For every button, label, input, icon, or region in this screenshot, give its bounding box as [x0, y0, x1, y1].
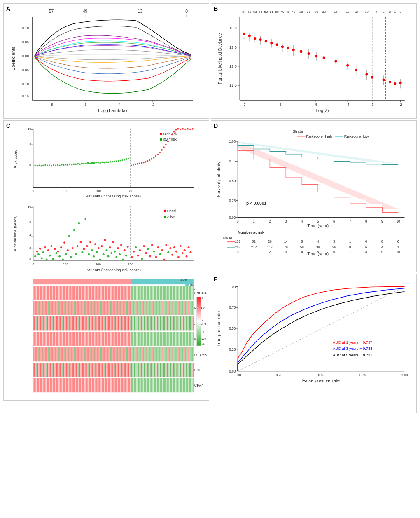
x-tick: -5	[314, 103, 317, 107]
cv-data	[243, 30, 401, 89]
svg-point-70	[346, 64, 349, 67]
svg-point-225	[119, 253, 121, 255]
svg-point-237	[143, 245, 145, 247]
svg-point-115	[95, 162, 97, 164]
top-num: 25	[315, 10, 318, 14]
svg-point-199	[77, 245, 79, 247]
legend-title: Strata	[293, 130, 303, 134]
x-tick: 5	[317, 220, 319, 223]
svg-point-246	[161, 249, 163, 251]
svg-point-198	[75, 253, 77, 255]
top-num: 4	[376, 10, 378, 14]
svg-point-104	[73, 164, 75, 165]
svg-point-259	[188, 246, 190, 248]
nar-high-10: 0	[397, 240, 399, 244]
svg-point-97	[59, 164, 61, 166]
svg-point-139	[145, 161, 147, 163]
svg-point-143	[153, 157, 154, 159]
svg-rect-261	[185, 283, 189, 286]
heatmap-plag1-low	[131, 301, 194, 315]
svg-point-254	[177, 256, 180, 258]
top-num: 48	[286, 10, 290, 14]
y-tick: 10	[28, 205, 31, 209]
svg-point-73	[371, 76, 373, 78]
svg-point-85	[35, 164, 36, 166]
svg-point-218	[107, 255, 109, 258]
top-num: 53	[248, 10, 252, 14]
svg-point-147	[161, 149, 163, 151]
x-tick: 1.00	[401, 373, 408, 377]
y-tick: 0.00	[22, 54, 29, 58]
nar-t-4: 4	[301, 250, 303, 254]
svg-point-92	[49, 164, 50, 166]
svg-point-130	[126, 158, 127, 160]
svg-point-229	[125, 255, 127, 257]
y-tick: 0.50	[229, 327, 236, 330]
svg-point-72	[365, 73, 368, 75]
top-num: 13	[346, 10, 350, 14]
panel-de: D Strata Riskscore=high Riskscore=low 1.…	[211, 120, 417, 401]
y-tick: 10	[28, 127, 31, 131]
y-tick: 13.0	[229, 26, 237, 30]
svg-point-96	[57, 164, 58, 166]
heatmap-angpt2-low	[131, 316, 194, 330]
x-tick: 6	[333, 220, 335, 223]
low-risk-dots	[35, 158, 130, 167]
svg-point-190	[62, 259, 64, 261]
svg-point-224	[117, 247, 119, 249]
heatmap-cpa4-low	[131, 378, 194, 392]
scale-0: 0	[202, 319, 204, 323]
y-tick: -0.05	[21, 68, 29, 72]
svg-point-117	[99, 162, 101, 164]
svg-point-132	[131, 164, 132, 166]
svg-point-192	[65, 253, 67, 255]
svg-point-157	[182, 128, 184, 130]
svg-point-154	[175, 129, 177, 131]
nar-low-3: 79	[284, 246, 288, 250]
svg-point-183	[51, 245, 53, 247]
svg-point-228	[124, 249, 126, 251]
svg-point-140	[147, 160, 149, 162]
top-num: 54	[242, 10, 246, 14]
svg-point-107	[79, 164, 81, 165]
svg-point-219	[109, 246, 111, 248]
x-tick: 0.75	[359, 373, 366, 377]
svg-point-260	[189, 251, 191, 253]
svg-point-146	[159, 152, 161, 153]
svg-point-57	[254, 37, 256, 40]
svg-point-252	[173, 246, 175, 248]
svg-point-101	[67, 164, 68, 166]
heatmap-kpna2-high	[33, 332, 131, 346]
legend-alive: Alive	[167, 215, 175, 219]
y-tick: 0.25	[229, 348, 236, 352]
svg-point-137	[141, 162, 142, 164]
nar-high-8: 0	[365, 240, 367, 244]
svg-point-124	[114, 161, 115, 162]
y-label-risk: Risk score	[13, 149, 18, 168]
nar-low-5: 39	[316, 246, 320, 250]
svg-point-215	[103, 253, 105, 255]
svg-point-66	[308, 52, 310, 55]
gene-label-cpa4: CPA4	[194, 383, 204, 387]
svg-point-108	[81, 163, 83, 164]
svg-point-125	[116, 161, 117, 162]
top-num: 42	[292, 10, 295, 14]
svg-point-113	[91, 162, 93, 164]
svg-point-114	[93, 162, 95, 164]
nar-t-10: 10	[397, 250, 401, 254]
y-tick: 4	[29, 233, 31, 237]
top-num: 2	[389, 10, 391, 14]
svg-point-63	[287, 47, 289, 49]
top-tick: 0	[185, 9, 188, 14]
svg-point-194	[68, 235, 70, 237]
scale-minus2: -2	[202, 330, 205, 334]
x-tick: 7	[349, 220, 351, 223]
nar-t-8: 8	[365, 250, 367, 254]
nar-high-5: 4	[317, 240, 319, 244]
svg-point-255	[180, 245, 182, 247]
survival-scatter	[34, 218, 191, 260]
nar-t-6: 6	[333, 250, 335, 254]
svg-point-181	[47, 249, 49, 251]
svg-point-65	[300, 50, 302, 53]
heatmap-plag1-high	[33, 301, 131, 315]
